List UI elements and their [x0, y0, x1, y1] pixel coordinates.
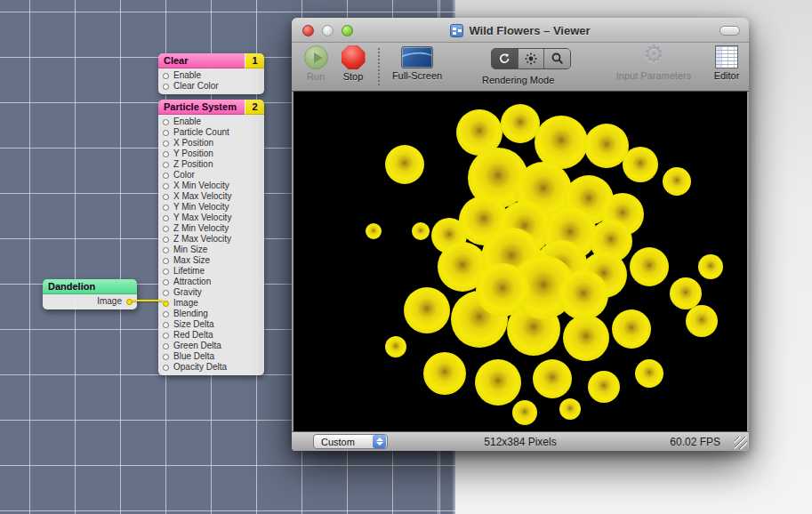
- port-opacity-delta[interactable]: Opacity Delta: [158, 362, 264, 373]
- stop-label: Stop: [336, 71, 370, 82]
- port-label: Lifetime: [173, 266, 205, 276]
- port-dot[interactable]: [163, 183, 169, 189]
- port-dot[interactable]: [163, 151, 169, 157]
- port-dot[interactable]: [163, 247, 169, 253]
- port-dot[interactable]: [163, 269, 169, 275]
- patch-clear-header[interactable]: Clear 1: [158, 53, 264, 68]
- patch-particle-system-header[interactable]: Particle System 2: [158, 100, 264, 115]
- dandelion-flower: [563, 315, 609, 361]
- patch-dandelion[interactable]: Dandelion Image: [43, 279, 137, 309]
- patch-dandelion-ports: Image: [43, 294, 137, 309]
- stop-button[interactable]: Stop: [336, 43, 370, 82]
- title-bar[interactable]: Wild Flowers – Viewer: [292, 18, 749, 43]
- port-dot[interactable]: [163, 194, 169, 200]
- port-dot[interactable]: [163, 343, 169, 349]
- port-label: Z Position: [173, 159, 213, 169]
- port-attraction[interactable]: Attraction: [158, 277, 264, 287]
- port-max-size[interactable]: Max Size: [158, 255, 264, 266]
- patch-title: Particle System: [158, 100, 245, 115]
- rendering-mode-segment-inspect[interactable]: [544, 49, 570, 68]
- port-blue-delta[interactable]: Blue Delta: [158, 351, 264, 362]
- port-dot[interactable]: [163, 365, 169, 371]
- particles-icon: [524, 52, 538, 66]
- port-dot[interactable]: [163, 354, 169, 360]
- port-z-max-velocity[interactable]: Z Max Velocity: [158, 234, 264, 245]
- port-enable[interactable]: Enable: [158, 116, 264, 127]
- port-dot[interactable]: [163, 215, 169, 221]
- port-dot[interactable]: [163, 84, 169, 90]
- port-x-position[interactable]: X Position: [158, 138, 264, 149]
- connection-wire-image[interactable]: [132, 300, 163, 301]
- port-dot[interactable]: [163, 322, 169, 328]
- port-image[interactable]: Image: [158, 298, 264, 309]
- port-dot[interactable]: [163, 205, 169, 211]
- rendering-mode-segment-particles[interactable]: [519, 49, 545, 68]
- port-y-min-velocity[interactable]: Y Min Velocity: [158, 202, 264, 213]
- port-dot[interactable]: [163, 311, 169, 317]
- dandelion-flower: [512, 400, 537, 425]
- fullscreen-button[interactable]: Full-Screen: [384, 43, 450, 81]
- port-x-min-velocity[interactable]: X Min Velocity: [158, 181, 264, 191]
- port-lifetime[interactable]: Lifetime: [158, 266, 264, 277]
- port-label: Color: [173, 170, 195, 180]
- port-color[interactable]: Color: [158, 170, 264, 181]
- dandelion-flower: [475, 359, 521, 406]
- port-blending[interactable]: Blending: [158, 309, 264, 319]
- port-dot[interactable]: [163, 258, 169, 264]
- port-gravity[interactable]: Gravity: [158, 287, 264, 298]
- port-dot[interactable]: [163, 162, 169, 168]
- toolbar: Run Stop Full-Screen: [292, 43, 749, 92]
- port-dot[interactable]: [163, 237, 169, 243]
- port-clear-color[interactable]: Clear Color: [158, 81, 264, 92]
- dandelion-flower: [404, 287, 450, 333]
- port-dot[interactable]: [163, 119, 169, 125]
- port-label: Max Size: [173, 255, 210, 265]
- input-parameters-button[interactable]: ⚙ Input Parameters: [607, 43, 700, 81]
- port-z-min-velocity[interactable]: Z Min Velocity: [158, 223, 264, 234]
- toolbar-pill-button[interactable]: [720, 26, 740, 36]
- port-dot[interactable]: [163, 130, 169, 136]
- port-dot[interactable]: [163, 290, 169, 296]
- port-enable[interactable]: Enable: [158, 70, 264, 81]
- port-label: Image: [97, 296, 122, 306]
- editor-button[interactable]: Editor: [707, 43, 746, 81]
- port-dot[interactable]: [163, 333, 169, 339]
- port-dot[interactable]: [163, 226, 169, 232]
- screen: Clear 1 EnableClear Color Particle Syste…: [0, 0, 812, 514]
- spreadsheet-icon: [715, 45, 738, 68]
- port-image[interactable]: Image: [43, 296, 137, 307]
- port-label: Particle Count: [173, 127, 229, 137]
- run-button[interactable]: Run: [299, 43, 333, 82]
- port-label: Z Max Velocity: [173, 234, 231, 244]
- port-label: Blending: [173, 309, 208, 318]
- dandelion-flower: [385, 145, 424, 184]
- dandelion-flower: [559, 270, 608, 320]
- resize-grip[interactable]: [735, 437, 747, 449]
- patch-dandelion-header[interactable]: Dandelion: [43, 279, 137, 294]
- port-dot[interactable]: [163, 73, 169, 79]
- rendering-mode-segment-render[interactable]: [492, 49, 519, 68]
- circular-arrow-icon: [497, 52, 511, 66]
- port-dot-connected[interactable]: [163, 301, 169, 307]
- port-dot[interactable]: [163, 141, 169, 147]
- port-particle-count[interactable]: Particle Count: [158, 127, 264, 138]
- port-x-max-velocity[interactable]: X Max Velocity: [158, 191, 264, 202]
- port-y-position[interactable]: Y Position: [158, 149, 264, 159]
- render-viewport: [293, 92, 747, 431]
- rendering-mode-segmented-control: [491, 48, 571, 69]
- port-dot[interactable]: [163, 279, 169, 285]
- patch-particle-system[interactable]: Particle System 2 EnableParticle CountX …: [158, 100, 264, 375]
- port-size-delta[interactable]: Size Delta: [158, 319, 264, 330]
- patch-clear[interactable]: Clear 1 EnableClear Color: [158, 53, 264, 94]
- port-y-max-velocity[interactable]: Y Max Velocity: [158, 213, 264, 223]
- dandelion-flower: [698, 254, 723, 279]
- port-dot[interactable]: [163, 173, 169, 179]
- port-min-size[interactable]: Min Size: [158, 245, 264, 255]
- port-red-delta[interactable]: Red Delta: [158, 330, 264, 341]
- port-label: Opacity Delta: [173, 362, 227, 372]
- port-z-position[interactable]: Z Position: [158, 159, 264, 170]
- dandelion-flower: [385, 336, 406, 357]
- port-green-delta[interactable]: Green Delta: [158, 341, 264, 351]
- port-label: X Min Velocity: [173, 181, 229, 190]
- input-parameters-label: Input Parameters: [607, 70, 700, 81]
